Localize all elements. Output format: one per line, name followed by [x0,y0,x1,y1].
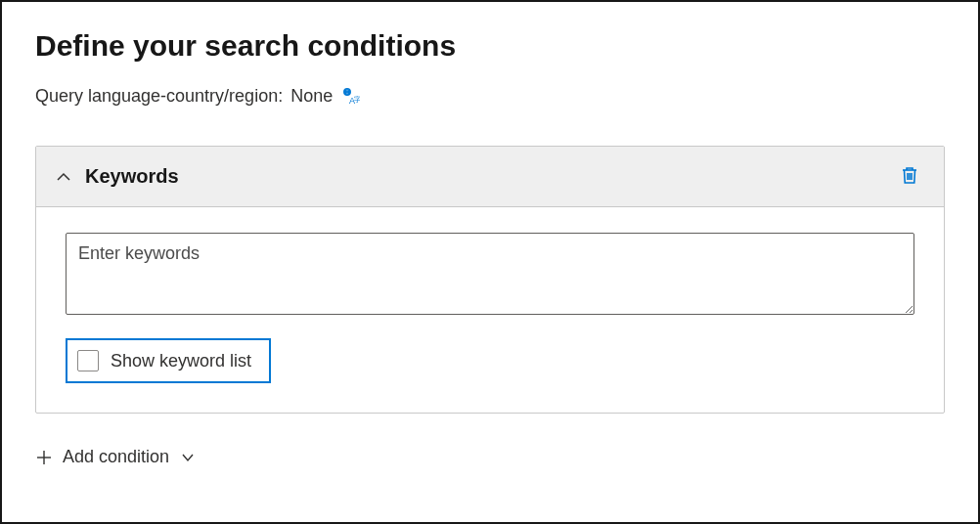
page-title: Define your search conditions [35,29,945,63]
translate-icon[interactable]: A 字 [340,87,360,107]
show-keyword-list-checkbox-container[interactable]: Show keyword list [66,338,271,383]
query-language-label: Query language-country/region: [35,86,283,107]
svg-text:字: 字 [354,96,360,103]
chevron-up-icon[interactable] [56,169,71,185]
keywords-panel-header: Keywords [36,147,944,207]
delete-button[interactable] [895,160,924,193]
query-language-value: None [290,86,333,107]
chevron-down-icon [181,451,195,464]
add-condition-label: Add condition [63,447,169,467]
add-condition-button[interactable]: Add condition [35,443,945,471]
show-keyword-list-checkbox[interactable] [77,350,99,371]
show-keyword-list-label: Show keyword list [111,351,251,371]
keywords-input[interactable] [66,233,914,315]
query-language-row: Query language-country/region: None A 字 [35,86,945,107]
plus-icon [35,449,53,466]
keywords-panel-body: Show keyword list [36,207,944,413]
keywords-panel-title: Keywords [85,165,895,188]
trash-icon [899,164,920,189]
keywords-panel: Keywords Show keyword list [35,146,945,414]
